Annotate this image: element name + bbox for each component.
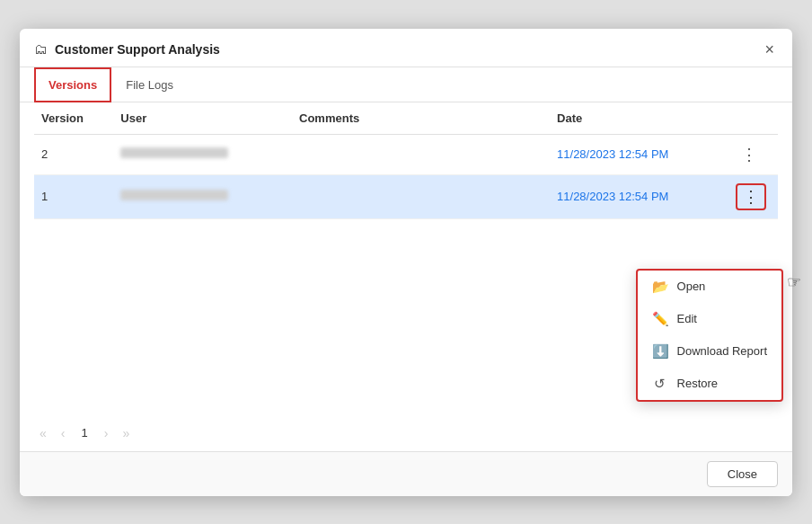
col-header-comments: Comments [292, 102, 550, 135]
download-icon: ⬇️ [652, 343, 668, 360]
user-blur [120, 190, 228, 200]
cell-action: ⋮ [728, 174, 778, 218]
table-row: 2 11/28/2023 12:54 PM ⋮ [34, 134, 778, 174]
dialog-title: Customer Support Analysis [55, 42, 220, 57]
cell-user [113, 134, 292, 174]
table-container: Version User Comments Date 2 11/28/2023 … [20, 102, 792, 415]
more-options-button-active[interactable]: ⋮ [736, 183, 766, 210]
menu-item-open[interactable]: 📂 Open ☞ [638, 271, 781, 303]
cell-date: 11/28/2023 12:54 PM [550, 174, 728, 218]
next-page-button[interactable]: › [99, 424, 114, 442]
dialog-footer: Close [20, 451, 792, 496]
tabs-bar: Versions File Logs [20, 67, 792, 102]
last-page-button[interactable]: » [117, 424, 135, 442]
prev-page-button[interactable]: ‹ [56, 424, 71, 442]
table-header-row: Version User Comments Date [34, 102, 778, 135]
menu-item-download[interactable]: ⬇️ Download Report [638, 335, 781, 368]
dialog-header: 🗂 Customer Support Analysis × [20, 29, 792, 67]
tab-file-logs[interactable]: File Logs [111, 67, 188, 102]
current-page: 1 [74, 424, 94, 441]
document-icon: 🗂 [34, 41, 48, 57]
tab-versions[interactable]: Versions [34, 67, 111, 102]
first-page-button[interactable]: « [34, 424, 52, 442]
cell-action: ⋮ [728, 134, 778, 174]
restore-icon: ↺ [652, 376, 668, 392]
cell-user [113, 174, 292, 218]
menu-item-edit[interactable]: ✏️ Edit [638, 303, 781, 335]
dialog: 🗂 Customer Support Analysis × Versions F… [20, 29, 792, 496]
edit-icon: ✏️ [652, 311, 668, 327]
user-blur [120, 147, 228, 158]
table-row: 1 11/28/2023 12:54 PM ⋮ [34, 174, 778, 218]
title-row: 🗂 Customer Support Analysis [34, 41, 220, 57]
open-folder-icon: 📂 [652, 279, 668, 295]
col-header-date: Date [550, 102, 728, 135]
menu-label-edit: Edit [677, 312, 697, 325]
pagination: « ‹ 1 › » [20, 415, 792, 451]
col-header-action [728, 102, 778, 135]
cell-comments [292, 174, 550, 218]
cell-version: 2 [34, 134, 113, 174]
close-dialog-button[interactable]: Close [707, 461, 778, 487]
col-header-user: User [113, 102, 292, 135]
menu-label-download: Download Report [677, 344, 767, 358]
col-header-version: Version [34, 102, 113, 135]
versions-table: Version User Comments Date 2 11/28/2023 … [34, 102, 778, 219]
close-icon[interactable]: × [761, 40, 778, 59]
more-options-button[interactable]: ⋮ [736, 143, 763, 166]
menu-label-open: Open [677, 280, 706, 293]
menu-item-restore[interactable]: ↺ Restore [638, 368, 781, 400]
cell-comments [292, 134, 550, 174]
menu-label-restore: Restore [677, 377, 719, 390]
cell-version: 1 [34, 174, 113, 218]
cell-date: 11/28/2023 12:54 PM [550, 134, 728, 174]
context-menu: 📂 Open ☞ ✏️ Edit ⬇️ Download Report ↺ Re… [636, 269, 783, 402]
cursor-pointer-icon: ☞ [787, 272, 801, 292]
